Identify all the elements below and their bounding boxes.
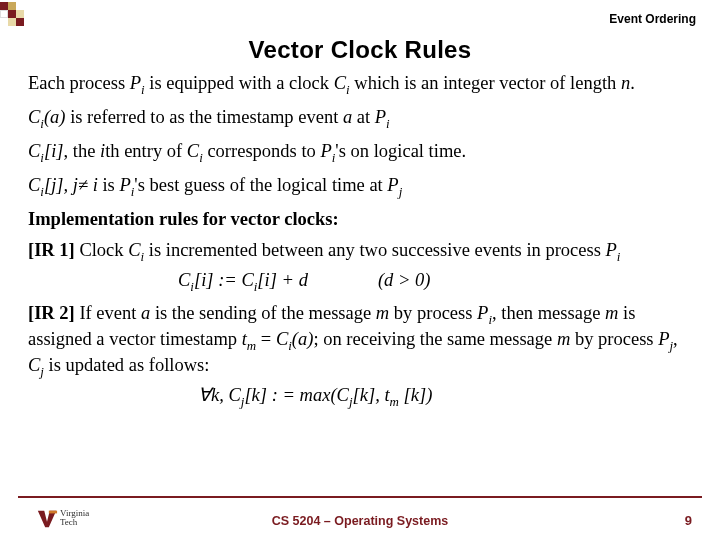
sym-a: a (343, 107, 352, 127)
text: at (352, 107, 375, 127)
sym-a: a (141, 303, 150, 323)
footer-divider (18, 496, 702, 498)
sym-cj: Cj (28, 355, 44, 375)
text: is incremented between any two successiv… (144, 240, 605, 260)
sym-n: n (621, 73, 630, 93)
sym-pi: Pi (320, 141, 335, 161)
decor-square (8, 10, 16, 18)
sym-cii: Ci[i] (178, 270, 214, 290)
text: , (673, 329, 678, 349)
text: : = max( (267, 385, 337, 405)
svg-rect-1 (49, 511, 57, 514)
sym-cij: Ci[j], j≠ i (28, 175, 98, 195)
text: by process (570, 329, 658, 349)
sym-m: m (557, 329, 570, 349)
text: which is an integer vector of length (350, 73, 621, 93)
text: by process (389, 303, 477, 323)
sym-m: m (605, 303, 618, 323)
decor-square (8, 18, 16, 26)
sym-pj: Pj (658, 329, 673, 349)
text: Clock (75, 240, 128, 260)
sym-pi: Pi (375, 107, 390, 127)
paragraph: [IR 1] Clock Ci is incremented between a… (28, 239, 692, 265)
text: corresponds to (203, 141, 321, 161)
sym-k: k (211, 385, 219, 405)
paragraph: Each process Pi is equipped with a clock… (28, 72, 692, 98)
sym-cia: Ci(a) (276, 329, 314, 349)
sym-ci: Ci (187, 141, 203, 161)
header-label: Event Ordering (609, 12, 696, 26)
text: (d > 0) (378, 270, 431, 290)
slide-title: Vector Clock Rules (0, 36, 720, 64)
text: . (630, 73, 635, 93)
sym-ci: Ci (334, 73, 350, 93)
text: If event (75, 303, 141, 323)
sym-tm: tm (242, 329, 256, 349)
paragraph-bold: Implementation rules for vector clocks: (28, 208, 692, 231)
text: 's on logical time. (335, 141, 466, 161)
text: Each process (28, 73, 130, 93)
sym-cjk: Cj[k] (337, 385, 376, 405)
text: , then message (492, 303, 605, 323)
text: is referred to as the timestamp event (66, 107, 343, 127)
text: 's best guess of the logical time at (134, 175, 387, 195)
text: is updated as follows: (44, 355, 209, 375)
sym-pi: Pi (477, 303, 492, 323)
paragraph: Ci(a) is referred to as the timestamp ev… (28, 106, 692, 132)
sym-cii: Ci[i] (241, 270, 277, 290)
text: := (214, 270, 242, 290)
decor-square (16, 10, 24, 18)
rule-label: [IR 2] (28, 303, 75, 323)
paragraph: Ci[j], j≠ i is Pi's best guess of the lo… (28, 174, 692, 200)
text: , (375, 385, 384, 405)
sym-pj: Pj (387, 175, 402, 195)
text: is the sending of the message (150, 303, 376, 323)
text: + d (277, 270, 308, 290)
footer-course: CS 5204 – Operating Systems (0, 514, 720, 528)
text: ) (426, 385, 432, 405)
decor-square (0, 2, 8, 10)
formula: ∀k, Cj[k] : = max(Cj[k], tm [k]) (28, 384, 692, 410)
text: is equipped with a clock (145, 73, 334, 93)
text: th entry of (105, 141, 187, 161)
decor-square (0, 10, 8, 18)
slide-body: Each process Pi is equipped with a clock… (0, 64, 720, 410)
sym-tmk: tm [k] (384, 385, 426, 405)
sym-m: m (376, 303, 389, 323)
text: ; on receiving the same message (313, 329, 557, 349)
sym-cia: Ci(a) (28, 107, 66, 127)
paragraph: [IR 2] If event a is the sending of the … (28, 302, 692, 380)
decor-square (8, 2, 16, 10)
sym-cjk: Cj[k] (228, 385, 267, 405)
forall-icon: ∀ (198, 385, 211, 405)
decor-square (16, 18, 24, 26)
formula: Ci[i] := Ci[i] + d(d > 0) (28, 269, 692, 295)
footer-page-number: 9 (685, 513, 692, 528)
rule-label: [IR 1] (28, 240, 75, 260)
text: = (256, 329, 276, 349)
paragraph: Ci[i], the ith entry of Ci corresponds t… (28, 140, 692, 166)
footer: Virginia Tech CS 5204 – Operating System… (0, 496, 720, 540)
sym-ci: Ci (128, 240, 144, 260)
sym-cii: Ci[i] (28, 141, 64, 161)
sym-pi: Pi (119, 175, 134, 195)
sym-pi: Pi (130, 73, 145, 93)
sym-pi: Pi (606, 240, 621, 260)
text: is (98, 175, 120, 195)
text: , the (64, 141, 100, 161)
